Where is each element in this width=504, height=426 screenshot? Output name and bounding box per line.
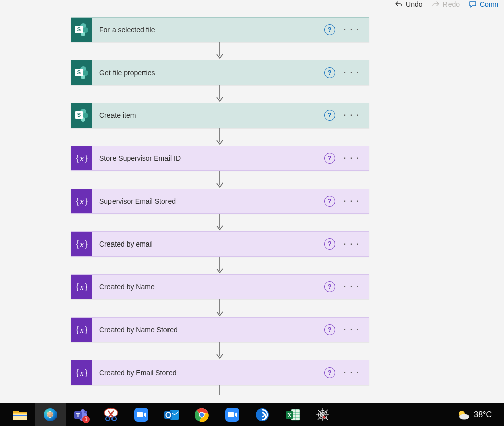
step-label: Created by Name (92, 283, 324, 291)
svg-text:X: X (287, 412, 292, 419)
variable-icon: x (71, 189, 92, 213)
step-label: Get file properties (92, 69, 324, 77)
comments-label: Comments (480, 0, 499, 8)
snipping-tool-icon (103, 407, 119, 422)
step-label: Store Supervisor Email ID (92, 154, 324, 162)
taskbar-outlook[interactable] (156, 403, 187, 426)
outlook-icon (164, 407, 179, 422)
undo-icon (395, 0, 403, 8)
svg-text:T: T (76, 412, 80, 419)
taskbar-snip[interactable] (96, 403, 126, 426)
step-more-button[interactable]: · · · (341, 111, 369, 120)
step-more-button[interactable]: · · · (341, 68, 369, 77)
flow-step[interactable]: x Supervisor Email Stored ? · · · (71, 189, 369, 214)
help-button[interactable]: ? (324, 238, 335, 250)
redo-button: Redo (432, 0, 460, 8)
taskbar-zoom-alt[interactable] (217, 403, 247, 426)
swirl-icon (255, 407, 270, 422)
taskbar-teams[interactable]: T 1 (66, 403, 96, 426)
variable-icon: x (71, 318, 92, 342)
sharepoint-icon: S (71, 103, 92, 128)
zoom-icon (134, 407, 149, 422)
connector-arrow (215, 385, 225, 395)
svg-rect-10 (13, 415, 27, 416)
teams-icon: T 1 (73, 407, 88, 422)
file-explorer-icon (13, 407, 28, 422)
connector-arrow (215, 257, 225, 274)
step-more-button[interactable]: · · · (341, 154, 369, 163)
chrome-icon (194, 407, 209, 422)
undo-label: Undo (406, 0, 422, 8)
spiderweb-icon (315, 407, 330, 422)
help-button[interactable]: ? (324, 67, 335, 78)
help-button[interactable]: ? (324, 153, 335, 164)
step-more-button[interactable]: · · · (341, 368, 369, 377)
variable-icon: x (71, 360, 92, 385)
windows-taskbar: T 1 (0, 403, 504, 426)
step-label: Create item (92, 111, 324, 119)
connector-arrow (215, 171, 225, 189)
flow-step[interactable]: S Create item ? · · · (71, 103, 369, 128)
comments-button[interactable]: Comments (469, 0, 499, 8)
connector-arrow (215, 128, 225, 146)
variable-icon: x (71, 275, 92, 299)
flow-step[interactable]: x Created by Email Stored ? · · · (71, 360, 369, 385)
comment-icon (469, 0, 477, 8)
step-more-button[interactable]: · · · (341, 282, 369, 291)
taskbar-chrome[interactable] (187, 403, 217, 426)
taskbar-excel[interactable]: X (277, 403, 308, 426)
step-label: Created by Name Stored (92, 326, 324, 334)
connector-arrow (215, 342, 225, 360)
excel-icon: X (285, 407, 300, 422)
flow-step[interactable]: x Created by Name ? · · · (71, 274, 369, 299)
svg-point-46 (459, 414, 469, 419)
top-toolbar: Undo Redo Comments (395, 0, 504, 11)
zoom-icon (225, 407, 240, 422)
connector-arrow (215, 85, 225, 103)
flow-step[interactable]: S For a selected file ? · · · (71, 17, 369, 42)
help-button[interactable]: ? (324, 196, 335, 207)
help-button[interactable]: ? (324, 281, 335, 292)
help-button[interactable]: ? (324, 367, 335, 378)
taskbar-explorer[interactable] (5, 403, 35, 426)
help-button[interactable]: ? (324, 24, 335, 35)
weather-icon (457, 409, 470, 420)
flow-step[interactable]: x Store Supervisor Email ID ? · · · (71, 146, 369, 171)
connector-arrow (215, 214, 225, 231)
step-more-button[interactable]: · · · (341, 239, 369, 249)
connector-arrow (215, 42, 225, 60)
flow-step[interactable]: x Created by Name Stored ? · · · (71, 317, 369, 342)
step-label: For a selected file (92, 26, 324, 34)
undo-button[interactable]: Undo (395, 0, 422, 8)
svg-point-44 (323, 416, 326, 418)
connector-arrow (215, 299, 225, 317)
step-label: Created by Email Stored (92, 369, 324, 377)
step-more-button[interactable]: · · · (341, 197, 369, 206)
taskbar-app-9[interactable] (247, 403, 277, 426)
step-label: Created by email (92, 240, 324, 248)
edge-icon (43, 407, 58, 422)
sharepoint-icon: S (71, 60, 92, 85)
taskbar-weather[interactable]: 38°C (457, 409, 499, 420)
redo-label: Redo (443, 0, 460, 8)
help-button[interactable]: ? (324, 324, 335, 335)
taskbar-zoom[interactable] (126, 403, 156, 426)
variable-icon: x (71, 232, 92, 256)
step-more-button[interactable]: · · · (341, 325, 369, 334)
flow-canvas: S For a selected file ? · · · S Get file… (71, 17, 369, 395)
taskbar-app-web[interactable] (308, 403, 338, 426)
flow-step[interactable]: x Created by email ? · · · (71, 231, 369, 257)
variable-icon: x (71, 146, 92, 170)
sharepoint-icon: S (71, 18, 92, 42)
flow-step[interactable]: S Get file properties ? · · · (71, 60, 369, 85)
weather-temp: 38°C (474, 410, 492, 419)
step-more-button[interactable]: · · · (341, 25, 369, 34)
redo-icon (432, 0, 440, 8)
help-button[interactable]: ? (324, 110, 335, 121)
taskbar-edge[interactable] (35, 403, 66, 426)
step-label: Supervisor Email Stored (92, 197, 324, 205)
